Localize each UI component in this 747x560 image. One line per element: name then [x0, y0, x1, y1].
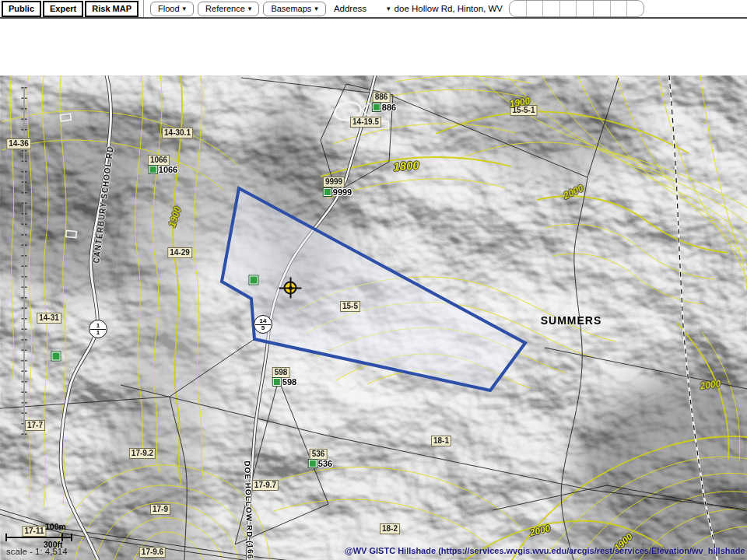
- map-label-parcel-1066: 1066: [148, 155, 170, 166]
- map-label-parcel-14-19-5: 14-19.5: [350, 117, 381, 128]
- map-label-parcel-15-5: 15-5: [340, 301, 360, 312]
- map-scale-text: scale - 1: 4,514: [6, 547, 68, 556]
- crosshair-target-icon[interactable]: [284, 282, 297, 295]
- address-point-icon: [309, 460, 317, 467]
- map-label-addr-9999: 9999: [324, 187, 352, 197]
- address-point-icon: [324, 188, 331, 196]
- map-label-contour-2000: 2000: [562, 183, 585, 201]
- reference-menu-label: Reference: [205, 4, 245, 14]
- basemaps-menu-label: Basemaps: [271, 4, 311, 14]
- segment-button[interactable]: [593, 1, 610, 16]
- segment-button[interactable]: [576, 1, 593, 16]
- chevron-down-icon: ▾: [314, 5, 318, 12]
- expert-button[interactable]: Expert: [43, 1, 83, 17]
- toolbar-segment-group[interactable]: [509, 0, 644, 17]
- segment-button[interactable]: [610, 1, 627, 16]
- segment-button[interactable]: [510, 1, 526, 16]
- address-label: Address: [334, 4, 366, 13]
- map-labels-layer: 14-3614-30.11066106614-2914-3188688614-1…: [0, 75, 747, 560]
- chevron-down-icon: ▾: [183, 5, 187, 12]
- segment-button[interactable]: [626, 1, 644, 16]
- map-label-addr-536: 536: [309, 459, 332, 468]
- segment-button[interactable]: [542, 1, 559, 16]
- map-label-contour-1800: 1800: [393, 158, 419, 173]
- map-label-county-summers: SUMMERS: [541, 314, 602, 327]
- map-label-addr-886: 886: [373, 103, 396, 112]
- route-marker-1-1: 11: [89, 320, 107, 338]
- map-label-parcel-18-2: 18-2: [380, 523, 400, 534]
- address-point-icon: [373, 103, 381, 111]
- risk-map-button[interactable]: Risk MAP: [85, 1, 139, 17]
- flood-menu[interactable]: Flood ▾: [150, 2, 194, 16]
- public-button[interactable]: Public: [2, 1, 41, 17]
- map-label-addr-1066: 1066: [149, 165, 177, 174]
- address-combobox[interactable]: ▾ doe Hollow Rd, Hinton, WV: [387, 4, 503, 13]
- segment-button[interactable]: [526, 1, 543, 16]
- flood-menu-label: Flood: [158, 4, 180, 14]
- scalebar-metric-label: 100m: [45, 522, 66, 531]
- map-label-parcel-536: 536: [310, 449, 328, 460]
- map-label-parcel-14-29: 14-29: [167, 247, 192, 258]
- map-label-parcel-14-31: 14-31: [37, 313, 61, 324]
- map-label-parcel-17-9: 17-9: [150, 504, 170, 515]
- map-label-parcel-886: 886: [373, 92, 391, 103]
- map-label-parcel-17-7: 17-7: [25, 420, 45, 431]
- address-point-icon: [273, 378, 281, 386]
- basemaps-menu[interactable]: Basemaps ▾: [263, 2, 326, 16]
- structure-point-icon: [52, 352, 61, 361]
- segment-button[interactable]: [559, 1, 577, 16]
- map-label-parcel-14-30-1: 14-30.1: [162, 128, 193, 138]
- map-label-parcel-17-9-6: 17-9.6: [139, 547, 166, 558]
- map-label-parcel-18-1: 18-1: [431, 436, 451, 446]
- map-label-parcel-17-9-7: 17-9.7: [252, 480, 279, 491]
- address-point-icon: [149, 166, 157, 173]
- map-label-parcel-17-9-2: 17-9.2: [129, 448, 156, 459]
- map-label-parcel-9999: 9999: [323, 177, 345, 187]
- chevron-down-icon: ▾: [387, 5, 391, 12]
- map-viewport[interactable]: 14-3614-30.11066106614-2914-3188688614-1…: [0, 75, 747, 560]
- map-label-addr-598: 598: [273, 377, 296, 387]
- map-attribution: @WV GISTC Hillshade (https://services.wv…: [345, 546, 745, 555]
- map-label-contour-2000: 2000: [700, 378, 721, 392]
- map-label-road-doe-hollow-rd-1665: DOE HOLLOW RD (1665: [243, 460, 255, 560]
- map-label-parcel-598: 598: [272, 367, 290, 378]
- map-label-parcel-14-36: 14-36: [6, 138, 31, 149]
- structure-point-icon: [250, 276, 258, 285]
- toolbar: Public Expert Risk MAP Flood ▾ Reference…: [0, 0, 747, 19]
- address-value: doe Hollow Rd, Hinton, WV: [395, 4, 503, 13]
- map-label-road-canterbury-school-rd: CANTERBURY SCHOOL RD: [92, 145, 114, 264]
- toolbar-divider: [143, 0, 144, 17]
- map-label-contour-1900: 1900: [167, 205, 184, 229]
- chevron-down-icon: ▾: [248, 5, 252, 12]
- reference-menu[interactable]: Reference ▾: [198, 2, 259, 16]
- route-marker-14-5: 145: [254, 315, 272, 334]
- map-label-contour-2000: 2000: [528, 523, 551, 538]
